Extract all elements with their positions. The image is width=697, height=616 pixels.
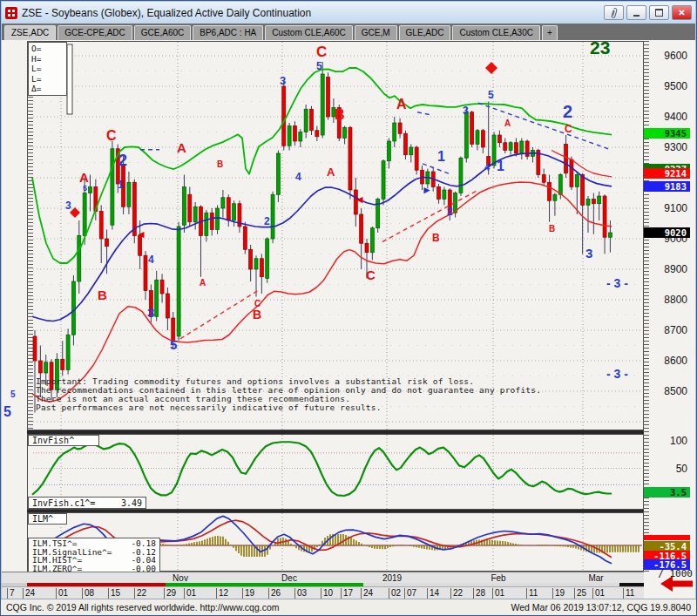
price-badge: 9345 bbox=[644, 128, 690, 139]
invfish-scale-tick: 50 bbox=[649, 463, 687, 475]
ilm-badge bbox=[644, 535, 690, 540]
title-bar: ZSE - Soybeans (Globex), Equalized Activ… bbox=[2, 2, 695, 24]
date-tick: 11 bbox=[623, 588, 634, 599]
invfish-badge: 3.5 bbox=[644, 487, 690, 498]
tab-gce-m[interactable]: GCE,M bbox=[355, 25, 397, 40]
price-tick: 8900 bbox=[649, 263, 687, 275]
ohlc-row: L= bbox=[31, 64, 66, 74]
invfish-scale-tick: 100 bbox=[649, 435, 687, 447]
ohlc-row: Δ= bbox=[31, 84, 66, 94]
month-axis: NovDec2019FebMar bbox=[2, 572, 644, 584]
maximize-button[interactable] bbox=[649, 5, 669, 20]
price-tick: 9600 bbox=[649, 50, 687, 62]
price-badge: 9183 bbox=[644, 181, 690, 192]
date-tick: 12 bbox=[216, 588, 228, 599]
tab-custom-cle-a30c[interactable]: Custom CLE,A30C bbox=[452, 25, 539, 40]
price-badge: 9214 bbox=[644, 168, 690, 179]
left-price-ruler bbox=[27, 41, 33, 430]
tab-gce-a60c[interactable]: GCE,A60C bbox=[134, 25, 191, 40]
date-tick: 01 bbox=[56, 588, 68, 599]
ohlc-readout-box: O=H=L=L=Δ= bbox=[28, 42, 67, 96]
price-tick: 9300 bbox=[649, 141, 687, 153]
ohlc-row: H= bbox=[31, 54, 66, 64]
month-label: Nov bbox=[173, 573, 188, 583]
tab-bar: ZSE,ADCGCE-CPE,ADCGCE,A60CBP6,ADC : HACu… bbox=[2, 24, 695, 40]
add-tab-button[interactable]: + bbox=[542, 25, 558, 40]
ilm-values-box: ILM.TSI^=-0.18ILM.SignalLine^=-0.12ILM.H… bbox=[28, 538, 160, 573]
date-tick: 22 bbox=[450, 588, 463, 599]
month-label: Dec bbox=[281, 573, 297, 583]
invfish-value: 3.49 bbox=[121, 498, 142, 508]
clock-text: Wed Mar 06 2019 13:07:12, CQG 19.9.8040 bbox=[511, 602, 691, 613]
minimize-button[interactable] bbox=[626, 5, 646, 20]
price-tick: 8500 bbox=[649, 385, 687, 397]
invfish-value-box: InvFish.c1^= 3.49 bbox=[28, 497, 146, 509]
link-button[interactable] bbox=[604, 5, 624, 20]
tab-gce-cpe-adc[interactable]: GCE-CPE,ADC bbox=[58, 25, 132, 40]
date-tick: 03 bbox=[294, 588, 307, 599]
date-tick: 29 bbox=[164, 588, 176, 599]
paperclip-icon bbox=[609, 7, 619, 19]
date-tick: 17 bbox=[341, 588, 353, 599]
price-badge: 9020 bbox=[644, 227, 690, 238]
date-tick: 24 bbox=[361, 588, 373, 599]
date-tick: 14 bbox=[427, 588, 439, 599]
month-label: Feb bbox=[491, 573, 505, 583]
tab-custom-cle-a60c[interactable]: Custom CLE,A60C bbox=[265, 25, 352, 40]
price-tick: 9400 bbox=[649, 111, 687, 123]
disclaimer-line: Past performances are not necessarily in… bbox=[36, 403, 382, 412]
price-tick: 8800 bbox=[649, 294, 687, 306]
date-tick: 7 bbox=[7, 588, 15, 599]
date-tick: 02 bbox=[389, 588, 401, 599]
restore-icon bbox=[655, 9, 663, 17]
date-tick: 25 bbox=[574, 588, 586, 599]
window-title: ZSE - Soybeans (Globex), Equalized Activ… bbox=[22, 7, 601, 19]
price-tick: 8600 bbox=[649, 355, 687, 367]
tab-zse-adc[interactable]: ZSE,ADC bbox=[4, 25, 56, 40]
date-tick: 22 bbox=[134, 588, 146, 599]
price-tick: 9100 bbox=[649, 202, 687, 214]
ilm-badge: -176.5 bbox=[644, 559, 690, 570]
price-tick: 8700 bbox=[649, 324, 687, 336]
ohlc-row: L= bbox=[31, 74, 66, 85]
date-tick: 28 bbox=[473, 588, 485, 599]
month-label: 2019 bbox=[382, 573, 402, 583]
tab-bp6-adc-ha[interactable]: BP6,ADC : HA bbox=[193, 25, 263, 40]
date-tick: 01 bbox=[592, 588, 605, 599]
date-tick: 08 bbox=[82, 588, 94, 599]
date-tick: 15 bbox=[108, 588, 120, 599]
close-icon: ✕ bbox=[678, 8, 685, 17]
invfish-label: InvFish^ bbox=[32, 436, 74, 445]
ohlc-row: O= bbox=[31, 44, 66, 54]
main-chart-panel bbox=[27, 41, 644, 430]
app-window: ZSE - Soybeans (Globex), Equalized Activ… bbox=[0, 0, 697, 616]
date-tick: 07 bbox=[404, 588, 416, 599]
month-label: Mar bbox=[588, 573, 603, 583]
tab-gle-adc[interactable]: GLE,ADC bbox=[399, 25, 451, 40]
minimize-icon bbox=[633, 15, 639, 17]
close-button[interactable]: ✕ bbox=[672, 5, 692, 20]
invfish-label-box: InvFish^ bbox=[28, 435, 99, 446]
date-tick: 01 bbox=[184, 588, 196, 599]
date-tick: 11 bbox=[526, 588, 538, 599]
date-tick: 01 bbox=[492, 588, 504, 599]
date-tick: 19 bbox=[552, 588, 565, 599]
invfish-value-label: InvFish.c1^= bbox=[32, 498, 95, 508]
copyright-text: CQG Inc. © 2019 All rights reserved worl… bbox=[6, 602, 280, 613]
price-tick: 9500 bbox=[649, 80, 687, 92]
date-tick: 24 bbox=[23, 588, 35, 599]
status-bar: CQG Inc. © 2019 All rights reserved worl… bbox=[1, 599, 696, 615]
ilm-label-box: ILM^ bbox=[28, 513, 67, 525]
date-tick: 26 bbox=[268, 588, 281, 599]
ilm-label: ILM^ bbox=[32, 514, 53, 524]
date-tick: 19 bbox=[242, 588, 254, 599]
date-tick: 10 bbox=[321, 588, 333, 599]
app-icon bbox=[5, 7, 17, 19]
